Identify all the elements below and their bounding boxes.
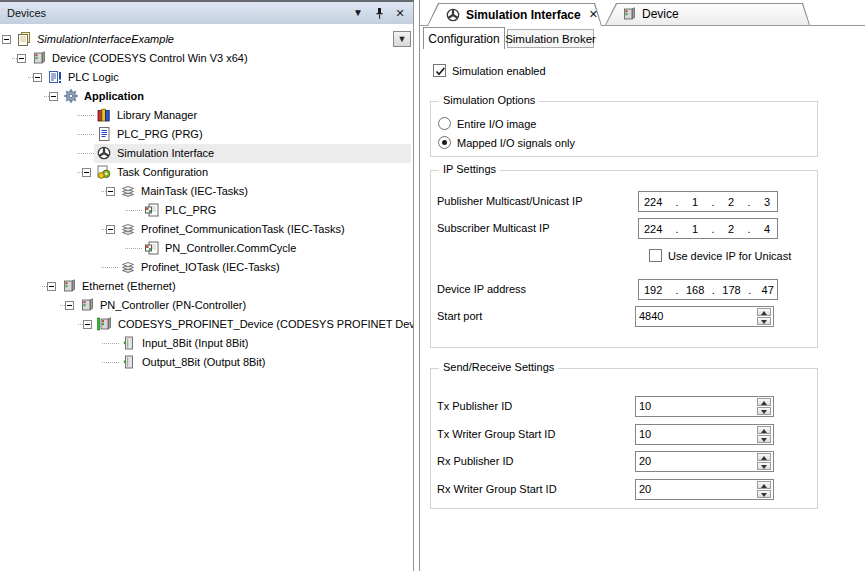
close-icon[interactable]: ✕ [589, 8, 598, 21]
field-row-start-port: Start port 4840 [431, 306, 817, 327]
spin-down-button[interactable] [757, 435, 771, 443]
tree-item-plc-prg-prg[interactable]: PLC_PRG (PRG) [0, 125, 413, 144]
tree-item-profinet-communicationtask-iec-tasks[interactable]: Profinet_CommunicationTask (IEC-Tasks) [0, 220, 413, 239]
tree-item-label: Output_8Bit (Output 8Bit) [142, 353, 266, 372]
checkbox-label: Simulation enabled [452, 65, 546, 77]
subtab-label: Configuration [428, 32, 499, 46]
group-title: Simulation Options [439, 94, 539, 106]
tree-connector [77, 115, 94, 117]
checkbox-icon [649, 249, 662, 262]
pin-icon[interactable] [371, 5, 387, 21]
tab-device[interactable]: Device [605, 3, 810, 25]
tree-item-label: MainTask (IEC-Tasks) [141, 182, 248, 201]
subscriber-multicast-ip-field[interactable]: 224.1.2.4 [638, 218, 778, 239]
group-ip-settings: IP Settings Publisher Multicast/Unicast … [430, 170, 818, 348]
tree-connector [77, 153, 94, 155]
subtab-configuration[interactable]: Configuration [423, 27, 505, 49]
tree-item-application[interactable]: Application [0, 87, 413, 106]
checkbox-icon [433, 64, 446, 77]
spin-down-button[interactable] [757, 490, 771, 498]
ip-dot: . [704, 284, 722, 296]
spinner-buttons [756, 398, 772, 415]
spin-up-button[interactable] [757, 426, 771, 434]
spin-down-button[interactable] [757, 462, 771, 470]
tree-connector [101, 267, 118, 269]
tree-item-label: Input_8Bit (Input 8Bit) [142, 334, 248, 353]
devices-panel-header: Devices ▼ ✕ [0, 2, 413, 25]
spin-up-button[interactable] [757, 398, 771, 406]
tree-item-library-manager[interactable]: Library Manager [0, 106, 413, 125]
chevron-down-icon[interactable]: ▼ [350, 5, 366, 21]
collapse-icon[interactable] [2, 35, 11, 44]
tx-publisher-id-spinner[interactable]: 10 [635, 396, 774, 417]
field-label: Subscriber Multicast IP [437, 218, 549, 239]
tree-item-label: Profinet_CommunicationTask (IEC-Tasks) [141, 220, 345, 239]
tree-item-maintask-iec-tasks[interactable]: MainTask (IEC-Tasks) [0, 182, 413, 201]
tree-item-plc-logic[interactable]: PLC Logic [0, 68, 413, 87]
spin-up-button[interactable] [757, 453, 771, 461]
ip-dot: . [740, 223, 758, 235]
ip-dot: . [668, 223, 686, 235]
spinner-buttons [756, 308, 772, 325]
spin-down-button[interactable] [757, 407, 771, 415]
collapse-icon[interactable] [17, 54, 26, 63]
collapse-icon[interactable] [83, 320, 92, 329]
simulation-enabled-checkbox[interactable]: Simulation enabled [433, 63, 546, 78]
tree-item-label: Task Configuration [117, 163, 208, 182]
tree-item-label: PLC_PRG (PRG) [117, 125, 203, 144]
collapse-icon[interactable] [49, 92, 58, 101]
subtab-simulation-broker[interactable]: Simulation Broker [507, 29, 594, 48]
start-port-spinner[interactable]: 4840 [635, 306, 774, 327]
spinner-value: 4840 [639, 307, 663, 326]
project-combo-button[interactable]: ▼ [393, 31, 411, 47]
spin-up-button[interactable] [757, 481, 771, 489]
tree-item-label: Ethernet (Ethernet) [82, 277, 176, 296]
spinner-buttons [756, 426, 772, 443]
tab-label: Simulation Interface [466, 8, 581, 22]
tree-item-task-configuration[interactable]: Task Configuration [0, 163, 413, 182]
rx-writer-group-start-id-spinner[interactable]: 20 [635, 479, 774, 500]
collapse-icon[interactable] [65, 301, 74, 310]
tree-item-device-codesys-control-win-v3-x64[interactable]: Device (CODESYS Control Win V3 x64) [0, 49, 413, 68]
spin-up-button[interactable] [757, 308, 771, 316]
rx-publisher-id-spinner[interactable]: 20 [635, 451, 774, 472]
simulation-interface-icon [445, 7, 461, 23]
tree-item-simulationinterfaceexample[interactable]: SimulationInterfaceExample [0, 30, 413, 49]
collapse-icon[interactable] [82, 168, 91, 177]
tree-item-ethernet-ethernet[interactable]: Ethernet (Ethernet) [0, 277, 413, 296]
tree-item-codesys-profinet-device-codesys-profinet-device[interactable]: CODESYS_PROFINET_Device (CODESYS PROFINE… [0, 315, 413, 334]
field-row-tx-publisher-id: Tx Publisher ID10 [431, 396, 817, 417]
tree-item-label: Device (CODESYS Control Win V3 x64) [52, 49, 248, 68]
tree-item-pn-controller-commcycle[interactable]: PN_Controller.CommCycle [0, 239, 413, 258]
spin-down-button[interactable] [757, 317, 771, 325]
radio-mapped-io-signals-only[interactable]: Mapped I/O signals only [438, 135, 575, 150]
use-device-ip-checkbox[interactable]: Use device IP for Unicast [649, 248, 791, 263]
collapse-icon[interactable] [33, 73, 42, 82]
tx-writer-group-start-id-spinner[interactable]: 10 [635, 424, 774, 445]
tree-item-label: Simulation Interface [117, 144, 214, 163]
tree-connector [102, 362, 119, 364]
device-ip-address-field[interactable]: 192.168.178.47 [638, 279, 778, 300]
collapse-icon[interactable] [106, 225, 115, 234]
tab-simulation-interface[interactable]: Simulation Interface ✕ [427, 3, 602, 26]
radio-label: Entire I/O image [457, 118, 536, 130]
tree-item-profinet-iotask-iec-tasks[interactable]: Profinet_IOTask (IEC-Tasks) [0, 258, 413, 277]
field-row-tx-writer-group-start-id: Tx Writer Group Start ID10 [431, 424, 817, 445]
collapse-icon[interactable] [106, 187, 115, 196]
radio-entire-io-image[interactable]: Entire I/O image [438, 116, 536, 131]
tree-item-plc-prg[interactable]: PLC_PRG [0, 201, 413, 220]
collapse-icon[interactable] [47, 282, 56, 291]
tree-item-pn-controller-pn-controller[interactable]: PN_Controller (PN-Controller) [0, 296, 413, 315]
task-call-icon [144, 240, 160, 256]
ip-octet: 168 [686, 284, 704, 296]
publisher-multicast-unicast-ip-field[interactable]: 224.1.2.3 [638, 191, 778, 212]
close-icon[interactable]: ✕ [392, 5, 408, 21]
device-icon [79, 297, 95, 313]
tree-item-output-8bit-output-8bit[interactable]: Output_8Bit (Output 8Bit) [0, 353, 413, 372]
tree-item-simulation-interface[interactable]: Simulation Interface [0, 144, 413, 163]
tree-item-input-8bit-input-8bit[interactable]: Input_8Bit (Input 8Bit) [0, 334, 413, 353]
tree-item-label: Profinet_IOTask (IEC-Tasks) [141, 258, 280, 277]
application-icon [63, 88, 79, 104]
tree-item-label: PN_Controller (PN-Controller) [100, 296, 246, 315]
radio-label: Mapped I/O signals only [457, 137, 575, 149]
